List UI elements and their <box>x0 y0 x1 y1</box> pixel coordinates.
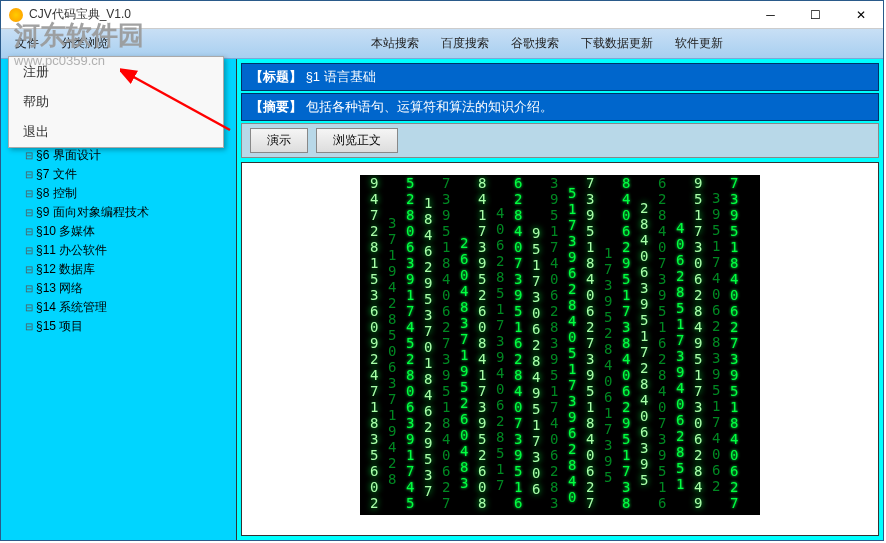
tree-item[interactable]: §14 系统管理 <box>7 298 230 317</box>
tree-item[interactable]: §10 多媒体 <box>7 222 230 241</box>
app-icon <box>9 8 23 22</box>
tree-item[interactable]: §15 项目 <box>7 317 230 336</box>
tree-item[interactable]: §7 文件 <box>7 165 230 184</box>
menu-download-update[interactable]: 下载数据更新 <box>571 31 663 56</box>
file-menu-dropdown: 注册 帮助 退出 <box>8 56 224 148</box>
menu-software-update[interactable]: 软件更新 <box>665 31 733 56</box>
close-button[interactable]: ✕ <box>838 2 883 28</box>
maximize-button[interactable]: ☐ <box>793 2 838 28</box>
tree-item[interactable]: §12 数据库 <box>7 260 230 279</box>
title-value: §1 语言基础 <box>306 69 376 84</box>
menu-search-google[interactable]: 谷歌搜索 <box>501 31 569 56</box>
minimize-button[interactable]: ─ <box>748 2 793 28</box>
tree-item[interactable]: §11 办公软件 <box>7 241 230 260</box>
titlebar: CJV代码宝典_V1.0 ─ ☐ ✕ <box>1 1 883 29</box>
title-label: 【标题】 <box>250 69 302 84</box>
title-box: 【标题】 §1 语言基础 <box>241 63 879 91</box>
tree-item[interactable]: §8 控制 <box>7 184 230 203</box>
matrix-preview: 947281536092471835602 37194285063719428 … <box>360 175 760 515</box>
menu-file[interactable]: 文件 <box>5 31 49 56</box>
button-row: 演示 浏览正文 <box>241 123 879 158</box>
menu-search-site[interactable]: 本站搜索 <box>361 31 429 56</box>
tree-item[interactable]: §6 界面设计 <box>7 146 230 165</box>
tree-item[interactable]: §13 网络 <box>7 279 230 298</box>
preview-area: 947281536092471835602 37194285063719428 … <box>241 162 879 536</box>
summary-value: 包括各种语句、运算符和算法的知识介绍。 <box>306 99 553 114</box>
menu-search-baidu[interactable]: 百度搜索 <box>431 31 499 56</box>
menu-browse[interactable]: 分类浏览 <box>51 31 119 56</box>
menu-help[interactable]: 帮助 <box>9 87 223 117</box>
menu-exit[interactable]: 退出 <box>9 117 223 147</box>
tree-item[interactable]: §9 面向对象编程技术 <box>7 203 230 222</box>
window-title: CJV代码宝典_V1.0 <box>29 6 748 23</box>
demo-button[interactable]: 演示 <box>250 128 308 153</box>
main-panel: 【标题】 §1 语言基础 【摘要】 包括各种语句、运算符和算法的知识介绍。 演示… <box>237 59 883 540</box>
browse-text-button[interactable]: 浏览正文 <box>316 128 398 153</box>
menubar: 文件 分类浏览 本站搜索 百度搜索 谷歌搜索 下载数据更新 软件更新 <box>1 29 883 59</box>
summary-box: 【摘要】 包括各种语句、运算符和算法的知识介绍。 <box>241 93 879 121</box>
summary-label: 【摘要】 <box>250 99 302 114</box>
menu-register[interactable]: 注册 <box>9 57 223 87</box>
category-tree: §5 控件 §6 界面设计 §7 文件 §8 控制 §9 面向对象编程技术 §1… <box>1 123 236 540</box>
